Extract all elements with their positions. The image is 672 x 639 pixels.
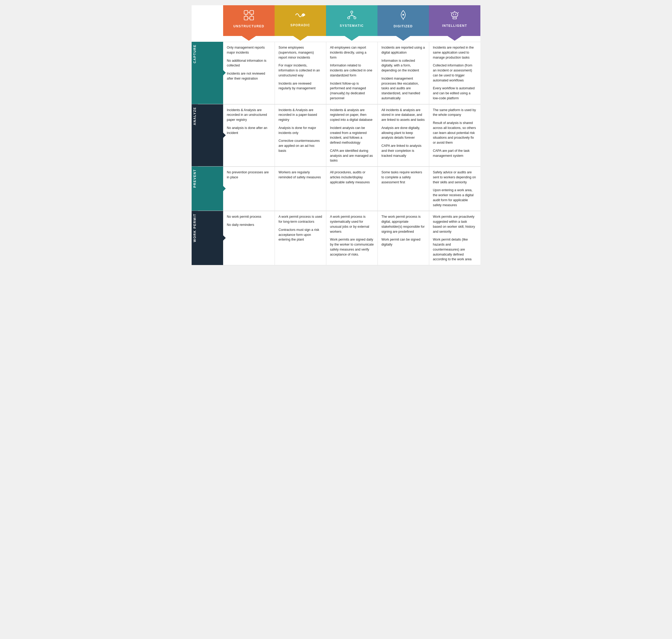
workpermit-item-3-0: The work permit process is digital, appr… (381, 214, 425, 234)
analyze-item-2-0: Incidents & analysis are registered on p… (330, 108, 374, 122)
workpermit-item-1-1: Contractors must sign a risk acceptance … (278, 228, 322, 242)
analyze-item-2-1: Incident analysis can be created from a … (330, 126, 374, 145)
analyze-item-3-1: Analysis are done digitally, allowing pl… (381, 126, 425, 140)
prevent-item-4-0: Safety advice or audits are sent to work… (433, 170, 477, 185)
svg-point-10 (354, 17, 356, 19)
workpermit-item-0-0: No work permit process (227, 214, 271, 219)
sporadic-label: SPORADIC (290, 24, 310, 27)
analyze-cell-3: All incidents & analysis are stored in o… (378, 104, 429, 167)
svg-point-14 (402, 14, 404, 15)
analyze-label: ANALYZE (192, 104, 198, 128)
header-spacer (192, 36, 480, 42)
prevent-content: No prevention processes are in place Wor… (223, 167, 480, 211)
svg-rect-0 (244, 11, 248, 14)
capture-cell-0: Only management reports major incidents … (223, 42, 275, 104)
header-unstructured: UNSTRUCTURED (223, 5, 275, 36)
intelligent-icon (449, 11, 460, 22)
analyze-item-4-0: The same platform is used by the whole c… (433, 108, 477, 118)
workpermit-cell-0: No work permit process No daily reminder… (223, 211, 275, 265)
workpermit-item-2-0: A work permit process is systematically … (330, 214, 374, 234)
svg-line-23 (451, 12, 451, 13)
svg-point-18 (455, 14, 456, 15)
analyze-cell-1: Incidents & Analysis are recorded in a p… (275, 104, 326, 167)
capture-item-4-0: Incidents are reported in the same appli… (433, 45, 477, 60)
intelligent-label: INTELLIGENT (442, 24, 467, 28)
workpermit-item-3-1: Work permit can be signed digitally (381, 237, 425, 247)
sporadic-icon (295, 11, 306, 21)
analyze-item-0-0: Incidents & Analysis are recorded in an … (227, 108, 271, 122)
analyze-item-0-1: No analysis is done after an incident (227, 126, 271, 136)
svg-line-12 (349, 15, 352, 17)
main-container: UNSTRUCTURED SPORADIC (192, 5, 480, 265)
capture-label: CAPTURE (192, 42, 198, 66)
analyze-item-3-2: CAPA are linked to analysis and their co… (381, 143, 425, 158)
prevent-item-1-0: Workers are regularly reminded of safety… (278, 170, 322, 180)
analyze-item-1-1: Analysis is done for major incidents onl… (278, 126, 322, 136)
analyze-cell-4: The same platform is used by the whole c… (429, 104, 480, 167)
workpermit-cell-4: Work permits are proactively suggested w… (429, 211, 480, 265)
svg-line-24 (458, 12, 459, 13)
section-workpermit: WORK PERMIT No work permit process No da… (192, 211, 480, 265)
capture-cell-4: Incidents are reported in the same appli… (429, 42, 480, 104)
analyze-item-3-0: All incidents & analysis are stored in o… (381, 108, 425, 122)
prevent-arrow (223, 185, 226, 192)
capture-item-0-0: Only management reports major incidents (227, 45, 271, 55)
capture-cell-3: Incidents are reported using a digital a… (378, 42, 429, 104)
workpermit-item-1-0: A work permit process is used for long-t… (278, 214, 322, 224)
prevent-cell-4: Safety advice or audits are sent to work… (429, 167, 480, 211)
digitized-icon (399, 10, 408, 22)
analyze-cell-0: Incidents & Analysis are recorded in an … (223, 104, 275, 167)
prevent-cell-2: All procedures, audits or articles inclu… (326, 167, 378, 211)
capture-item-3-0: Incidents are reported using a digital a… (381, 45, 425, 55)
svg-rect-1 (250, 11, 254, 14)
capture-item-2-0: All employees can report incidents direc… (330, 45, 374, 60)
analyze-item-1-0: Incidents & Analysis are recorded in a p… (278, 108, 322, 122)
capture-label-wrapper: CAPTURE (192, 42, 223, 104)
workpermit-label: WORK PERMIT (192, 211, 198, 245)
workpermit-cell-2: A work permit process is systematically … (326, 211, 378, 265)
workpermit-item-0-1: No daily reminders (227, 222, 271, 228)
workpermit-item-4-0: Work permits are proactively suggested w… (433, 214, 477, 234)
capture-item-0-1: No additional information is collected (227, 58, 271, 68)
workpermit-cell-3: The work permit process is digital, appr… (378, 211, 429, 265)
prevent-item-2-0: All procedures, audits or articles inclu… (330, 170, 374, 185)
systematic-icon (347, 11, 356, 22)
analyze-cell-2: Incidents & analysis are registered on p… (326, 104, 378, 167)
capture-item-0-2: Incidents are not reviewed after their r… (227, 71, 271, 81)
unstructured-icon (244, 10, 254, 22)
analyze-item-1-2: Corrective countermeasures are applied o… (278, 138, 322, 153)
svg-rect-2 (244, 16, 248, 20)
header-digitized: DIGITIZED (378, 5, 429, 36)
capture-content: Only management reports major incidents … (223, 42, 480, 104)
capture-arrow (223, 69, 226, 76)
svg-rect-3 (250, 16, 254, 20)
workpermit-item-4-1: Work permit details (like hazards and co… (433, 237, 477, 262)
header-empty (192, 5, 223, 36)
prevent-label-wrapper: PREVENT (192, 167, 223, 211)
prevent-item-0-0: No prevention processes are in place (227, 170, 271, 180)
digitized-label: DIGITIZED (394, 25, 413, 28)
workpermit-arrow (223, 235, 226, 241)
systematic-label: SYSTEMATIC (340, 24, 364, 28)
prevent-item-3-0: Some tasks require workers to complete a… (381, 170, 425, 185)
workpermit-label-wrapper: WORK PERMIT (192, 211, 223, 265)
svg-line-13 (352, 15, 355, 17)
analyze-item-2-2: CAPA are identified during analysis and … (330, 149, 374, 163)
capture-item-3-2: Incident management processes like escal… (381, 76, 425, 101)
header-intelligent: INTELLIGENT (429, 5, 480, 36)
svg-point-9 (348, 17, 350, 19)
capture-item-1-0: Some employees (supervisors, managers) r… (278, 45, 322, 60)
header-systematic: SYSTEMATIC (326, 5, 378, 36)
capture-item-1-2: Incidents are reviewed regularly by mana… (278, 81, 322, 91)
capture-item-4-2: Every workflow is automated and can be e… (433, 86, 477, 100)
header-row: UNSTRUCTURED SPORADIC (192, 5, 480, 36)
capture-item-1-1: For major incidents, information is coll… (278, 63, 322, 78)
capture-item-3-1: Information is collected digitally, with… (381, 58, 425, 73)
analyze-label-wrapper: ANALYZE (192, 104, 223, 167)
svg-point-8 (351, 11, 353, 13)
prevent-cell-0: No prevention processes are in place (223, 167, 275, 211)
capture-item-2-2: Incident follow-up is performed and mana… (330, 81, 374, 101)
capture-item-4-1: Collected information (from an incident … (433, 63, 477, 83)
analyze-item-4-2: CAPA are part of the task management sys… (433, 149, 477, 158)
section-analyze: ANALYZE Incidents & Analysis are recorde… (192, 104, 480, 167)
